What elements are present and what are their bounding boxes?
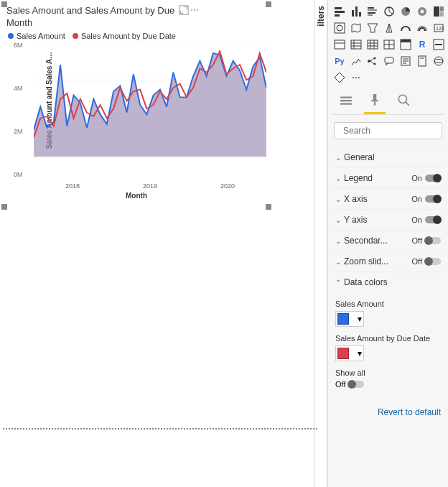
svg-rect-49: [385, 57, 393, 63]
vis-funnel-icon[interactable]: [365, 21, 380, 35]
y-axis-labels: 6M 4M 2M 0M: [14, 42, 23, 178]
section-toggle[interactable]: On: [411, 195, 441, 203]
vis-table-icon[interactable]: [349, 37, 363, 52]
section-label: Data colors: [344, 277, 388, 287]
vis-clustered-bar-icon[interactable]: [365, 4, 380, 19]
vis-treemap-icon[interactable]: [431, 4, 446, 19]
chart-visual[interactable]: Sales Amount and Sales Amount by Due ⋯ M…: [3, 3, 270, 208]
section-toggle[interactable]: On: [411, 215, 441, 224]
focus-mode-icon[interactable]: [179, 5, 189, 17]
format-section-general[interactable]: ⌄General: [332, 147, 444, 167]
show-all-toggle[interactable]: Off: [335, 380, 441, 389]
resize-handle-br[interactable]: [266, 204, 271, 210]
vis-multi-card-icon[interactable]: [415, 21, 429, 35]
svg-line-47: [370, 58, 374, 61]
format-section-legend[interactable]: ⌄LegendOn: [332, 167, 444, 188]
format-tab-bar: [332, 88, 444, 115]
filters-label: ilters: [316, 6, 326, 27]
format-section-y-axis[interactable]: ⌄Y axisOn: [332, 209, 444, 230]
svg-rect-61: [373, 94, 377, 100]
dc-field-label: Sales Amount by Due Date: [335, 334, 441, 343]
toggle-state-text: On: [411, 215, 422, 224]
vis-key-influencers-icon[interactable]: [349, 54, 363, 68]
vis-pie-icon[interactable]: [398, 4, 413, 19]
chevron-icon: ⌄: [335, 154, 341, 162]
vis-stacked-column-icon[interactable]: [349, 4, 363, 19]
chevron-icon: ⌃: [335, 279, 341, 287]
format-section-zoom-slid-[interactable]: ⌄Zoom slid...Off: [332, 251, 444, 272]
chevron-icon: ⌄: [335, 237, 341, 245]
vis-slicer-icon[interactable]: [332, 37, 347, 52]
svg-rect-26: [335, 40, 345, 49]
section-toggle[interactable]: Off: [412, 236, 441, 245]
more-options-icon[interactable]: ⋯: [190, 5, 199, 17]
format-search[interactable]: [334, 122, 442, 139]
vis-arcgis-icon[interactable]: [431, 54, 446, 68]
legend-label: Sales Amount: [17, 32, 65, 40]
format-sections: ⌄General⌄LegendOn⌄X axisOn⌄Y axisOn⌄Seco…: [332, 147, 444, 292]
vis-table2-icon[interactable]: [382, 37, 396, 52]
vis-stacked-bar-icon[interactable]: [332, 4, 347, 19]
section-label: Secondar...: [344, 236, 388, 246]
vis-paginated-icon[interactable]: [415, 54, 429, 68]
legend-item: Sales Amount by Due Date: [73, 32, 176, 40]
filters-pane-collapsed[interactable]: ilters: [314, 0, 327, 487]
svg-rect-20: [440, 6, 444, 11]
resize-handle-tl[interactable]: [1, 1, 7, 7]
section-label: Y axis: [344, 215, 367, 225]
vis-donut-icon[interactable]: [415, 4, 429, 19]
format-section-x-axis[interactable]: ⌄X axisOn: [332, 188, 444, 209]
vis-line-icon[interactable]: [431, 37, 446, 52]
page-divider: [3, 428, 317, 430]
svg-rect-7: [335, 14, 340, 17]
svg-rect-21: [440, 12, 444, 17]
legend-item: Sales Amount: [8, 32, 65, 40]
vis-kpi-icon[interactable]: 123: [431, 21, 446, 35]
chevron-icon: ⌄: [335, 258, 341, 266]
vis-py-icon[interactable]: Py: [332, 54, 347, 68]
analytics-tab[interactable]: [393, 91, 414, 114]
color-picker-sales-amount[interactable]: ▾: [335, 311, 364, 327]
chevron-icon: ⌄: [335, 195, 341, 203]
svg-rect-19: [434, 6, 439, 17]
fields-tab[interactable]: [335, 91, 357, 114]
vis-matrix2-icon[interactable]: [398, 37, 413, 52]
vis-powerapps-icon[interactable]: [332, 70, 347, 85]
format-section-secondar-[interactable]: ⌄Secondar...Off: [332, 230, 444, 251]
resize-handle-tr[interactable]: [266, 1, 271, 7]
color-picker-sales-amount-due[interactable]: ▾: [335, 345, 364, 361]
vis-clustered-column-icon[interactable]: [382, 4, 396, 19]
vis-decomposition-icon[interactable]: [365, 54, 380, 68]
report-canvas[interactable]: Sales Amount and Sales Amount by Due ⋯ M…: [0, 0, 314, 487]
revert-to-default-link[interactable]: Revert to default: [332, 403, 444, 422]
vis-card-icon[interactable]: [398, 21, 413, 35]
format-section-data-colors[interactable]: ⌃Data colors: [332, 272, 444, 292]
section-toggle[interactable]: Off: [412, 257, 441, 266]
x-axis-title: Month: [126, 192, 147, 200]
svg-rect-13: [368, 12, 375, 14]
vis-narrative-icon[interactable]: [398, 54, 413, 68]
vis-more-icon[interactable]: ⋯: [349, 70, 363, 85]
svg-rect-43: [435, 44, 442, 45]
format-tab[interactable]: [364, 91, 386, 114]
vis-filled-map-icon[interactable]: [349, 21, 363, 35]
svg-rect-14: [368, 14, 373, 16]
swatch-icon: [337, 313, 349, 325]
svg-rect-22: [335, 23, 345, 33]
svg-point-56: [434, 57, 443, 65]
format-search-input[interactable]: [343, 126, 448, 136]
svg-point-64: [398, 95, 406, 103]
dc-field-label: Sales Amount: [335, 300, 441, 308]
svg-rect-10: [359, 12, 361, 17]
resize-handle-bl[interactable]: [1, 204, 7, 210]
section-label: X axis: [344, 194, 368, 204]
vis-matrix-icon[interactable]: [365, 37, 380, 52]
vis-r-icon[interactable]: R: [415, 37, 429, 52]
legend-dot: [8, 33, 14, 39]
toggle-state-text: Off: [412, 257, 422, 266]
vis-qa-icon[interactable]: [382, 54, 396, 68]
vis-map-icon[interactable]: [332, 21, 347, 35]
vis-gauge-icon[interactable]: [382, 21, 396, 35]
toggle-state-text: On: [411, 195, 422, 203]
section-toggle[interactable]: On: [411, 174, 441, 182]
